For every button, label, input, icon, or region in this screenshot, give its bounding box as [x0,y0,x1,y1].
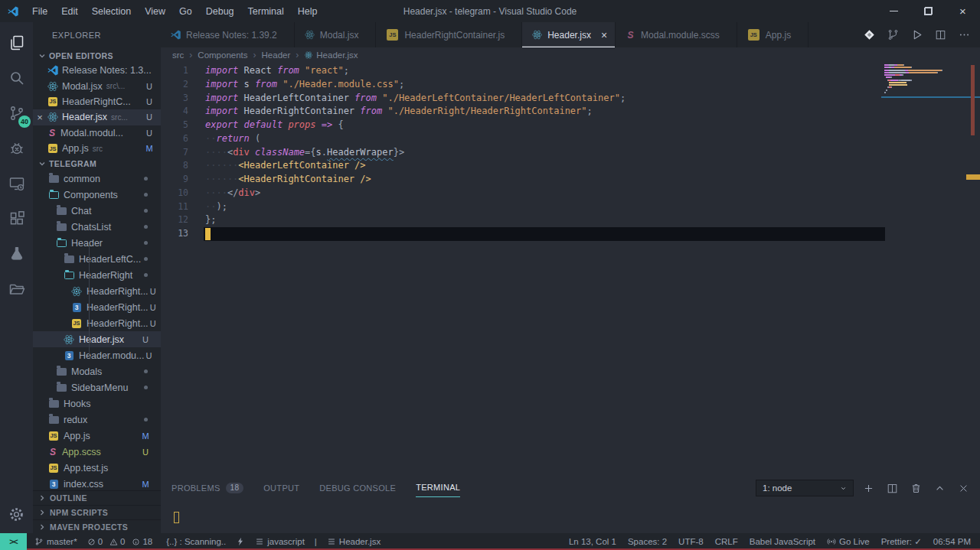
language-javascript[interactable]: javascript [255,537,305,546]
encoding[interactable]: UTF-8 [678,537,704,546]
activity-debug[interactable] [0,131,33,166]
project-header[interactable]: TELEGRAM [33,156,161,171]
tree-item-headerright[interactable]: HeaderRight [33,267,161,283]
eol[interactable]: CRLF [715,537,738,546]
run-button[interactable] [906,25,926,45]
prettier[interactable]: Prettier: ✓ [881,536,922,547]
section-outline[interactable]: OUTLINE [33,490,161,505]
panel-tab-problems[interactable]: PROBLEMS18 [172,482,243,497]
cursor-position[interactable]: Ln 13, Col 1 [569,537,616,546]
open-editor-modal-modul[interactable]: SModal.modul...U [33,125,161,141]
code-line-3[interactable]: 3import HeaderLeftContainer from "./Head… [161,92,884,106]
window-restore-button[interactable] [911,0,946,22]
tree-item-chat[interactable]: Chat [33,203,161,219]
tree-item-modals[interactable]: Modals [33,363,161,379]
open-editors-header[interactable]: OPEN EDITORS [33,48,161,63]
tree-item-headerright[interactable]: JSHeaderRight...U [33,315,161,331]
tab-modal-module-scss[interactable]: SModal.module.scss [616,22,737,47]
split-editor-button[interactable] [930,25,950,45]
menu-file[interactable]: File [25,6,54,17]
window-minimize-button[interactable] [877,0,911,22]
maximize-panel-button[interactable] [930,479,949,497]
go-live[interactable]: Go Live [827,537,870,546]
kill-terminal-button[interactable] [906,479,925,497]
tree-item-headerleftc[interactable]: HeaderLeftC... [33,251,161,267]
separator[interactable]: | [315,537,317,546]
section-maven-projects[interactable]: MAVEN PROJECTS [33,519,161,533]
code-line-6[interactable]: 6··return ( [161,132,884,146]
tree-item-components[interactable]: Components [33,187,161,203]
tree-item-header-jsx[interactable]: Header.jsxU [33,331,161,347]
open-editor-modal-jsx[interactable]: Modal.jsxsrc\...U [33,78,161,93]
activity-explorer[interactable] [0,25,33,60]
breadcrumb-components[interactable]: Components [198,50,247,60]
more-actions-button[interactable] [954,25,974,45]
menu-edit[interactable]: Edit [54,6,85,17]
tree-item-redux[interactable]: redux [33,412,161,428]
code-line-1[interactable]: 1import React from "react"; [161,64,884,78]
problems-summary[interactable]: 0018 [87,537,157,546]
menu-selection[interactable]: Selection [85,6,138,17]
breadcrumb-header-jsx[interactable]: Header.jsx [304,50,358,60]
tree-item-app-test-js[interactable]: JSApp.test.js [33,460,161,476]
tree-item-headerright[interactable]: 3HeaderRight...U [33,299,161,315]
language-mode[interactable]: Babel JavaScript [750,537,815,546]
activity-search[interactable] [0,60,33,96]
code-line-11[interactable]: 11··); [161,200,884,214]
code-line-13[interactable]: 13 [161,227,884,241]
code-line-7[interactable]: 7····<div className={s.HeaderWraper}> [161,146,884,160]
tree-item-header[interactable]: Header [33,235,161,251]
minimap[interactable] [884,64,976,96]
code-line-9[interactable]: 9······<HeaderRightContainer /> [161,173,884,187]
tree-item-headerright[interactable]: HeaderRight...U [33,283,161,299]
tree-item-app-js[interactable]: JSApp.jsM [33,428,161,444]
code-line-12[interactable]: 12}; [161,213,884,227]
code-line-8[interactable]: 8······<HeaderLeftContainer /> [161,159,884,173]
scanning[interactable]: {..} : Scanning.. [166,537,226,546]
close-tab-icon[interactable]: × [601,29,607,41]
open-changes-button[interactable] [883,25,903,45]
tree-item-sidebarmenu[interactable]: SidebarMenu [33,379,161,395]
open-editor-app-js[interactable]: JSApp.jssrcM [33,141,161,156]
menu-go[interactable]: Go [172,6,199,17]
tree-item-index-css[interactable]: 3index.cssM [33,476,161,490]
open-editor-headerrightc[interactable]: JSHeaderRightC...U [33,94,161,109]
section-npm-scripts[interactable]: NPM SCRIPTS [33,505,161,519]
code-line-2[interactable]: 2import s from "./Header.module.css"; [161,78,884,92]
menu-debug[interactable]: Debug [199,6,241,17]
window-close-button[interactable]: × [946,0,980,22]
code-line-5[interactable]: 5export default props => { [161,119,884,132]
git-branch[interactable]: master* [34,537,77,546]
tree-item-hooks[interactable]: Hooks [33,395,161,412]
open-editor-header-jsx[interactable]: ×Header.jsxsrc...U [33,109,161,125]
split-terminal-button[interactable] [883,479,901,497]
close-panel-button[interactable] [954,479,972,497]
indentation[interactable]: Spaces: 2 [628,537,667,546]
activity-extensions[interactable] [0,201,33,236]
panel-tab-output[interactable]: OUTPUT [263,482,299,497]
tab-modal-jsx[interactable]: Modal.jsx [295,22,377,47]
tab-headerrightcontainer-js[interactable]: JSHeaderRightContainer.js [376,22,522,47]
menu-terminal[interactable]: Terminal [241,6,291,17]
code-editor[interactable]: 1import React from "react";2import s fro… [161,63,884,241]
breadcrumb-header[interactable]: Header [262,50,291,60]
open-editor-release-notes-1-3[interactable]: Release Notes: 1.3... [33,63,161,78]
tree-item-app-scss[interactable]: SApp.scssU [33,444,161,460]
tree-item-common[interactable]: common [33,171,161,187]
panel-tab-debug-console[interactable]: DEBUG CONSOLE [319,482,396,497]
remote-indicator[interactable]: >< [0,533,27,550]
tree-item-header-modu[interactable]: 3Header.modu...U [33,347,161,363]
format-diamond-button[interactable] [859,25,879,45]
tab-app-js[interactable]: JSApp.js [737,22,808,47]
panel-tab-terminal[interactable]: TERMINAL [416,482,460,497]
new-terminal-button[interactable] [859,479,877,497]
outline-header[interactable]: Header.jsx [327,537,381,546]
activity-source-control[interactable]: 40 [0,96,33,131]
terminal-content[interactable] [161,497,980,533]
settings-button[interactable] [8,506,25,526]
tree-item-chatslist[interactable]: ChatsList [33,219,161,235]
close-editor-icon[interactable]: × [33,112,47,123]
tab-release-notes-1-39-2[interactable]: Release Notes: 1.39.2 [161,22,295,47]
terminal-picker[interactable]: 1: node [756,480,854,496]
menu-view[interactable]: View [138,6,172,17]
